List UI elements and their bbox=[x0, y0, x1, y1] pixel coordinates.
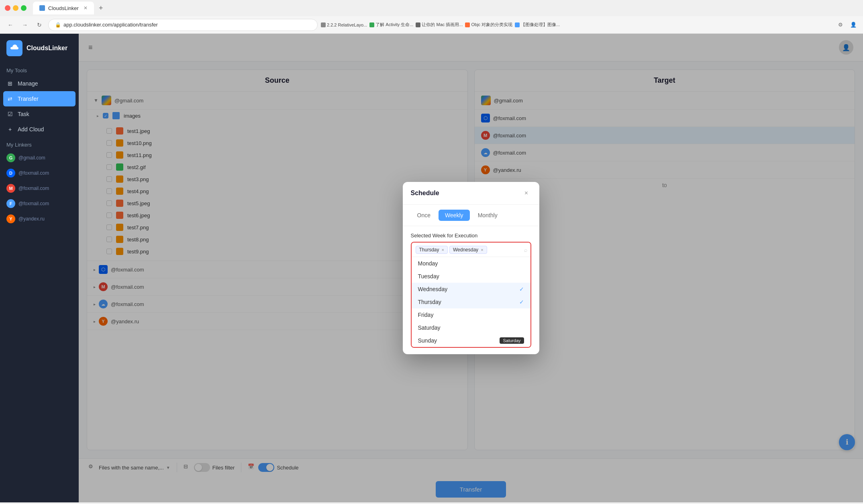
main-content: ≡ 👤 Source ▼ @gmail.com ▸ ✓ images bbox=[79, 34, 863, 502]
tab-title: CloudsLinker bbox=[48, 5, 79, 11]
week-tag-wednesday-close[interactable]: × bbox=[481, 247, 483, 252]
sidebar: CloudsLinker My Tools ⊞ Manage ⇄ Transfe… bbox=[0, 34, 79, 502]
day-saturday[interactable]: Saturday bbox=[412, 321, 530, 334]
my-tools-label: My Tools bbox=[0, 63, 79, 76]
manage-icon: ⊞ bbox=[6, 80, 14, 87]
tab-weekly[interactable]: Weekly bbox=[439, 210, 470, 221]
new-tab-icon[interactable]: + bbox=[99, 4, 103, 12]
linker-gdrive[interactable]: G @gmail.com bbox=[0, 150, 79, 165]
bookmark-item[interactable]: 【图像处理】图像... bbox=[515, 22, 560, 28]
sidebar-item-transfer[interactable]: ⇄ Transfer bbox=[3, 91, 75, 106]
schedule-modal: Schedule × Once Weekly Monthly Selected … bbox=[403, 182, 539, 354]
profile-icon[interactable]: 👤 bbox=[849, 20, 858, 30]
manage-label: Manage bbox=[18, 80, 38, 87]
close-dot[interactable] bbox=[5, 5, 10, 11]
search-icon: ⌕ bbox=[524, 247, 527, 253]
saturday-badge: Saturday bbox=[500, 337, 524, 344]
day-thursday[interactable]: Thursday ✓ bbox=[412, 296, 530, 308]
logo-icon bbox=[6, 40, 22, 56]
bookmark-item[interactable]: Objc 对象的分类实现 bbox=[465, 22, 512, 28]
modal-title: Schedule bbox=[411, 190, 439, 197]
thursday-check-icon: ✓ bbox=[519, 299, 524, 305]
linker-dropbox[interactable]: D @foxmail.com bbox=[0, 165, 79, 181]
modal-overlay[interactable]: Schedule × Once Weekly Monthly Selected … bbox=[79, 34, 863, 502]
linker-email-foxmail2: @foxmail.com bbox=[18, 201, 49, 206]
modal-close-button[interactable]: × bbox=[522, 188, 531, 198]
linker-yandex[interactable]: Y @yandex.ru bbox=[0, 211, 79, 226]
back-button[interactable]: ← bbox=[5, 19, 16, 31]
transfer-icon: ⇄ bbox=[6, 95, 14, 102]
minimize-dot[interactable] bbox=[13, 5, 18, 11]
linker-foxmail[interactable]: F @foxmail.com bbox=[0, 196, 79, 211]
linker-email-gmail: @gmail.com bbox=[18, 155, 45, 161]
modal-body: Selected Week for Execution Thursday × W… bbox=[403, 226, 539, 354]
linker-avatar-foxmail: F bbox=[6, 199, 15, 208]
day-monday[interactable]: Monday bbox=[412, 257, 530, 270]
linker-avatar-gdrive: G bbox=[6, 153, 15, 162]
task-label: Task bbox=[18, 111, 29, 117]
forward-button[interactable]: → bbox=[19, 19, 31, 31]
bookmark-item[interactable]: 了解 Activity 生命... bbox=[369, 22, 413, 28]
linker-email-foxmail1: @foxmail.com bbox=[18, 186, 49, 191]
tab-monthly[interactable]: Monthly bbox=[471, 210, 504, 221]
tab-once[interactable]: Once bbox=[411, 210, 437, 221]
linker-email-yandex: @yandex.ru bbox=[18, 216, 45, 222]
week-section-label: Selected Week for Execution bbox=[411, 233, 531, 239]
address-bar[interactable]: 🔒 app.cloudslinker.com/application/trans… bbox=[48, 19, 318, 31]
app-layout: CloudsLinker My Tools ⊞ Manage ⇄ Transfe… bbox=[0, 34, 863, 502]
week-selector: Thursday × Wednesday × ⌕ Monday bbox=[411, 242, 531, 348]
linker-gmail[interactable]: M @foxmail.com bbox=[0, 181, 79, 196]
linker-avatar-gmail: M bbox=[6, 184, 15, 193]
maximize-dot[interactable] bbox=[21, 5, 27, 11]
week-input[interactable]: Thursday × Wednesday × ⌕ bbox=[412, 243, 530, 257]
week-tag-wednesday-label: Wednesday bbox=[453, 247, 478, 253]
wednesday-check-icon: ✓ bbox=[519, 286, 524, 292]
bookmark-item[interactable]: 让你的 Mac 插画用... bbox=[416, 22, 463, 28]
nav-icons: ⚙ 👤 bbox=[836, 20, 858, 30]
tab-close-icon[interactable]: ✕ bbox=[84, 5, 88, 11]
day-wednesday[interactable]: Wednesday ✓ bbox=[412, 283, 530, 296]
week-tag-thursday-close[interactable]: × bbox=[442, 247, 444, 252]
day-friday[interactable]: Friday bbox=[412, 308, 530, 321]
browser-nav: ← → ↻ 🔒 app.cloudslinker.com/application… bbox=[0, 16, 863, 34]
linker-avatar-dropbox: D bbox=[6, 169, 15, 178]
week-tag-wednesday[interactable]: Wednesday × bbox=[449, 246, 487, 254]
sidebar-item-task[interactable]: ☑ Task bbox=[0, 106, 79, 122]
sidebar-item-add-cloud[interactable]: + Add Cloud bbox=[0, 122, 79, 137]
transfer-label: Transfer bbox=[18, 96, 39, 102]
my-linkers-label: My Linkers bbox=[0, 137, 79, 150]
add-cloud-label: Add Cloud bbox=[18, 126, 44, 133]
add-cloud-icon: + bbox=[6, 126, 14, 133]
browser-tab[interactable]: CloudsLinker ✕ bbox=[33, 2, 94, 14]
refresh-button[interactable]: ↻ bbox=[34, 19, 45, 31]
browser-chrome: CloudsLinker ✕ + ← → ↻ 🔒 app.cloudslinke… bbox=[0, 0, 863, 34]
bookmark-item[interactable]: 2.2.2 RelativeLayo... bbox=[321, 22, 367, 28]
day-sunday[interactable]: Sunday Saturday bbox=[412, 334, 530, 347]
extensions-icon[interactable]: ⚙ bbox=[836, 20, 845, 30]
app-name: CloudsLinker bbox=[27, 45, 67, 52]
url-text: app.cloudslinker.com/application/transfe… bbox=[63, 22, 158, 28]
week-tag-thursday[interactable]: Thursday × bbox=[416, 246, 448, 254]
sidebar-item-manage[interactable]: ⊞ Manage bbox=[0, 76, 79, 91]
browser-titlebar: CloudsLinker ✕ + bbox=[0, 0, 863, 16]
week-tag-thursday-label: Thursday bbox=[419, 247, 439, 253]
sidebar-logo: CloudsLinker bbox=[0, 34, 79, 63]
modal-tabs: Once Weekly Monthly bbox=[403, 205, 539, 226]
bookmarks-bar: 2.2.2 RelativeLayo... 了解 Activity 生命... … bbox=[321, 22, 832, 28]
week-options: Monday Tuesday Wednesday ✓ Thursday bbox=[412, 257, 530, 347]
day-tuesday[interactable]: Tuesday bbox=[412, 270, 530, 283]
linker-avatar-yandex: Y bbox=[6, 214, 15, 223]
tab-favicon bbox=[39, 5, 45, 11]
linker-email-dropbox: @foxmail.com bbox=[18, 170, 49, 176]
task-icon: ☑ bbox=[6, 110, 14, 118]
modal-header: Schedule × bbox=[403, 182, 539, 205]
